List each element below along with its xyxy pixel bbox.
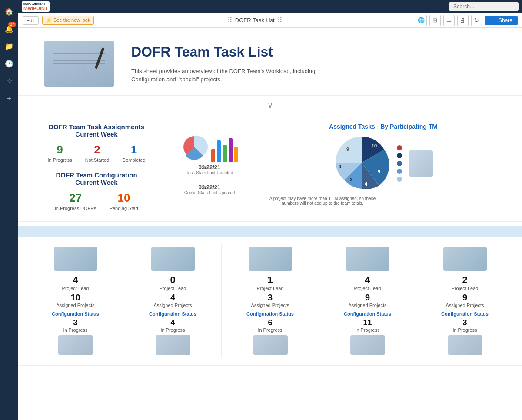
pie-chart-svg: 10 9 4 3 9 9 (333, 134, 390, 191)
avatar-sm-2 (156, 335, 190, 355)
config-status-label-2: Configuration Status (149, 311, 196, 317)
completed-stat: 1 Completed (122, 143, 145, 163)
avatar-5 (443, 247, 487, 271)
assigned-projects-label-2: Assigned Projects (153, 303, 192, 308)
team-strip (18, 226, 522, 237)
frame-button[interactable]: ▭ (443, 15, 455, 26)
not-started-count: 2 (85, 143, 110, 157)
assigned-projects-label-5: Assigned Projects (446, 303, 484, 308)
task-stats-left: DOFR Team Task Assignments Current Week … (36, 123, 157, 213)
avatar-sm-4 (350, 335, 385, 355)
sidebar-item-add[interactable]: ＋ (1, 90, 17, 106)
legend-item-5 (397, 177, 402, 182)
config-date: 03/22/21 (184, 184, 235, 190)
config-status-label-4: Configuration Status (344, 311, 391, 317)
config-subtitle: Current Week (36, 179, 157, 186)
new-look-label: See the new look (53, 17, 90, 23)
sidebar: 🏠 🔔 27 📁 🕐 ☆ ＋ (0, 0, 18, 420)
hero-text: DOFR Team Task List This sheet provides … (131, 44, 323, 84)
project-lead-label-3: Project Lead (257, 286, 284, 291)
print-button[interactable]: 🖨 (457, 15, 469, 26)
bar-3 (223, 145, 226, 162)
edit-button[interactable]: Edit (23, 16, 39, 25)
assigned-projects-count-3: 3 (268, 293, 273, 303)
chart-note: A project may have more than 1 TM assign… (262, 196, 383, 206)
team-card-3: 1 Project Lead 3 Assigned Projects Confi… (222, 243, 319, 358)
bar-5 (234, 147, 238, 162)
assigned-projects-count-1: 10 (70, 293, 80, 303)
team-cards-second-row (18, 366, 522, 380)
logo-line2: MANAGEMENT (23, 2, 48, 6)
avatar-4 (346, 247, 389, 271)
task-assignments-subtitle: Current Week (36, 130, 157, 138)
actionbar-right: 🌐 ⊞ ▭ 🖨 ↻ 👤 Share (416, 15, 518, 26)
hero-image-inner (44, 41, 114, 87)
sidebar-item-home[interactable]: 🏠 (1, 3, 17, 19)
topbar: MANAGEMENT MedPOINT (18, 0, 522, 13)
config-in-progress-count-3: 6 (268, 318, 272, 327)
config-in-progress-label-4: In Progress (355, 327, 379, 333)
task-assignments-title: DOFR Team Task Assignments (36, 123, 157, 130)
config-status-label-5: Configuration Status (441, 311, 489, 317)
hero-description: This sheet provides an overview of the D… (131, 67, 323, 84)
project-lead-label-4: Project Lead (354, 286, 381, 291)
share-icon: 👤 (490, 17, 497, 23)
pie-chart-wrapper: 10 9 4 3 9 9 (333, 134, 390, 193)
globe-button[interactable]: 🌐 (416, 15, 427, 26)
page-title: DOFR Task List (235, 17, 275, 23)
config-in-progress-label: In Progress DOFRs (55, 206, 96, 211)
sidebar-item-star[interactable]: ☆ (1, 73, 17, 89)
config-in-progress-label-3: In Progress (258, 327, 282, 333)
project-lead-count-5: 2 (462, 274, 467, 286)
avatar-sm-5 (448, 335, 482, 355)
sidebar-item-clock[interactable]: 🕐 (1, 56, 17, 71)
main-container: MANAGEMENT MedPOINT Edit ⭐ See the new l… (18, 0, 522, 420)
project-lead-label-1: Project Lead (62, 286, 89, 291)
share-button[interactable]: 👤 Share (485, 16, 518, 25)
legend-dot-blue (397, 169, 402, 174)
sidebar-item-notifications[interactable]: 🔔 27 (1, 21, 17, 37)
config-pending-label: Pending Start (110, 206, 139, 211)
project-lead-count-1: 4 (73, 274, 78, 286)
grid-button[interactable]: ⊞ (429, 15, 441, 26)
bar-1 (211, 149, 215, 162)
sidebar-item-folder[interactable]: 📁 (1, 38, 17, 54)
mini-pie-svg (179, 132, 209, 162)
pie-label-4: 4 (365, 181, 368, 187)
hero-section: DOFR Team Task List This sheet provides … (18, 28, 522, 96)
assigned-projects-count-5: 9 (462, 293, 467, 303)
pie-label-9c: 9 (346, 147, 349, 152)
assigned-projects-label-3: Assigned Projects (251, 303, 289, 308)
config-in-progress-count-5: 3 (462, 318, 467, 327)
in-progress-label: In Progress (47, 157, 72, 163)
completed-count: 1 (122, 143, 145, 157)
config-stats-block: DOFR Team Configuration Current Week 27 … (36, 171, 157, 211)
search-input[interactable] (449, 2, 519, 11)
legend-item-4 (397, 169, 402, 174)
project-lead-count-3: 1 (267, 274, 273, 286)
avatar-sm-3 (253, 335, 288, 355)
dots-right: ⠿ (277, 16, 283, 24)
refresh-button[interactable]: ↻ (471, 15, 482, 26)
avatar-1 (54, 247, 97, 271)
line-1 (53, 50, 105, 50)
pie-label-9b: 9 (339, 164, 341, 169)
new-look-button[interactable]: ⭐ See the new look (42, 16, 94, 25)
stats-section: DOFR Team Task Assignments Current Week … (18, 114, 522, 222)
project-lead-label-5: Project Lead (452, 286, 479, 291)
legend-item-3 (397, 161, 402, 166)
config-in-progress-label-5: In Progress (452, 327, 477, 333)
config-pending-stat: 10 Pending Start (110, 191, 139, 211)
app-logo: MANAGEMENT MedPOINT (22, 1, 50, 12)
config-in-progress-label-1: In Progress (63, 327, 87, 333)
avatar-3 (249, 247, 292, 271)
page-title-center: ⠿ DOFR Task List ⠿ (97, 16, 412, 24)
chevron-divider: ∨ (18, 96, 522, 114)
config-pending-count: 10 (110, 191, 139, 205)
project-lead-label-2: Project Lead (160, 286, 186, 291)
avatar-2 (151, 247, 195, 271)
pie-label-3: 3 (350, 177, 352, 182)
completed-label: Completed (122, 157, 145, 163)
chart-legend (397, 145, 402, 182)
config-in-progress-count: 27 (55, 191, 96, 205)
